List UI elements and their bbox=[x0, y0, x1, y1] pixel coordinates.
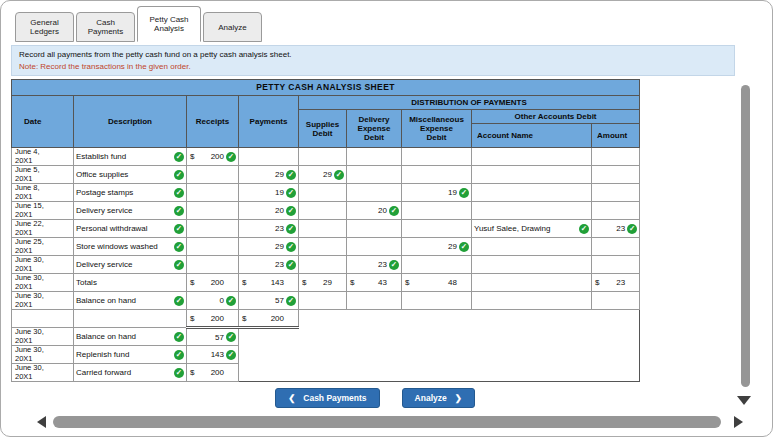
date-cell: June 30, 20X1 bbox=[12, 256, 74, 274]
column-header-delivery-expense-debit: Delivery Expense Debit bbox=[347, 110, 402, 148]
check-icon: ✓ bbox=[174, 188, 184, 198]
check-icon: ✓ bbox=[174, 224, 184, 234]
description-cell: Carried forward✓ bbox=[74, 364, 187, 382]
tab-label: Petty Cash Analysis bbox=[140, 15, 198, 33]
misc-cell bbox=[402, 166, 472, 184]
table-row: June 30, 20X1Totals$200$143$29$43$48$23 bbox=[12, 274, 640, 292]
account-cell bbox=[472, 238, 592, 256]
payments-cell: 29✓ bbox=[239, 238, 299, 256]
supplies-cell bbox=[299, 364, 347, 382]
tab-analyze[interactable]: Analyze bbox=[203, 12, 262, 42]
account-cell bbox=[472, 166, 592, 184]
date-cell: June 25, 20X1 bbox=[12, 238, 74, 256]
check-icon: ✓ bbox=[174, 260, 184, 270]
check-icon: ✓ bbox=[286, 170, 296, 180]
table-row: June 4, 20X1Establish fund✓$200✓ bbox=[12, 148, 640, 166]
description-cell: Office supplies✓ bbox=[74, 166, 187, 184]
horizontal-scrollbar-thumb[interactable] bbox=[53, 416, 721, 428]
date-cell bbox=[12, 310, 74, 328]
column-header-description: Description bbox=[74, 96, 187, 148]
scroll-left-arrow-icon[interactable] bbox=[37, 416, 46, 428]
supplies-cell: $29 bbox=[299, 274, 347, 292]
receipts-cell bbox=[187, 220, 239, 238]
amount-cell bbox=[592, 202, 640, 220]
receipts-cell bbox=[187, 238, 239, 256]
description-cell: Balance on hand✓ bbox=[74, 328, 187, 346]
table-row: June 5, 20X1Office supplies✓29✓29✓ bbox=[12, 166, 640, 184]
account-cell bbox=[472, 202, 592, 220]
vertical-scrollbar-thumb[interactable] bbox=[741, 85, 750, 387]
receipts-cell: $200 bbox=[187, 310, 239, 328]
account-cell bbox=[472, 310, 592, 328]
description-cell: Personal withdrawal✓ bbox=[74, 220, 187, 238]
amount-cell bbox=[592, 310, 640, 328]
account-cell bbox=[472, 346, 592, 364]
supplies-cell bbox=[299, 202, 347, 220]
check-icon: ✓ bbox=[174, 242, 184, 252]
date-cell: June 8, 20X1 bbox=[12, 184, 74, 202]
misc-cell bbox=[402, 328, 472, 346]
amount-cell bbox=[592, 256, 640, 274]
delivery-cell bbox=[347, 310, 402, 328]
check-icon: ✓ bbox=[627, 224, 637, 234]
amount-cell bbox=[592, 166, 640, 184]
supplies-cell: 29✓ bbox=[299, 166, 347, 184]
description-cell: Store windows washed✓ bbox=[74, 238, 187, 256]
check-icon: ✓ bbox=[389, 260, 399, 270]
date-cell: June 30, 20X1 bbox=[12, 364, 74, 382]
amount-cell bbox=[592, 148, 640, 166]
delivery-cell: 23✓ bbox=[347, 256, 402, 274]
chevron-left-icon: ❮ bbox=[288, 393, 295, 403]
account-cell bbox=[472, 328, 592, 346]
supplies-cell bbox=[299, 220, 347, 238]
receipts-cell bbox=[187, 256, 239, 274]
check-icon: ✓ bbox=[286, 206, 296, 216]
receipts-cell: $200 bbox=[187, 274, 239, 292]
account-cell bbox=[472, 364, 592, 382]
supplies-cell bbox=[299, 328, 347, 346]
payments-cell: 20✓ bbox=[239, 202, 299, 220]
delivery-cell bbox=[347, 238, 402, 256]
other-accounts-debit-header: Other Accounts Debit bbox=[472, 110, 640, 124]
cash-payments-button[interactable]: ❮ Cash Payments bbox=[275, 388, 379, 408]
description-cell: Replenish fund✓ bbox=[74, 346, 187, 364]
tab-general-ledgers[interactable]: General Ledgers bbox=[15, 12, 74, 42]
account-cell: Yusuf Salee, Drawing✓ bbox=[472, 220, 592, 238]
misc-cell: 29✓ bbox=[402, 238, 472, 256]
amount-cell bbox=[592, 346, 640, 364]
check-icon: ✓ bbox=[174, 368, 184, 378]
column-header-account-name: Account Name bbox=[472, 124, 592, 148]
receipts-cell: 57✓ bbox=[187, 328, 239, 346]
payments-cell: $200 bbox=[239, 310, 299, 328]
amount-cell: 23✓ bbox=[592, 220, 640, 238]
check-icon: ✓ bbox=[286, 260, 296, 270]
scroll-down-arrow-icon[interactable] bbox=[737, 396, 751, 405]
check-icon: ✓ bbox=[286, 188, 296, 198]
table-row: June 22, 20X1Personal withdrawal✓23✓Yusu… bbox=[12, 220, 640, 238]
tab-petty-cash-analysis[interactable]: Petty Cash Analysis bbox=[137, 6, 201, 42]
amount-cell bbox=[592, 292, 640, 310]
column-header-payments: Payments bbox=[239, 96, 299, 148]
table-row: June 30, 20X1Delivery service✓23✓23✓ bbox=[12, 256, 640, 274]
check-icon: ✓ bbox=[226, 152, 236, 162]
scroll-right-arrow-icon[interactable] bbox=[734, 416, 743, 428]
supplies-cell bbox=[299, 292, 347, 310]
instruction-note: Note: Record the transactions in the giv… bbox=[19, 61, 727, 73]
receipts-cell: $200✓ bbox=[187, 148, 239, 166]
receipts-cell: $200 bbox=[187, 364, 239, 382]
tab-cash-payments[interactable]: Cash Payments bbox=[76, 12, 135, 42]
check-icon: ✓ bbox=[174, 170, 184, 180]
misc-cell bbox=[402, 346, 472, 364]
check-icon: ✓ bbox=[174, 332, 184, 342]
check-icon: ✓ bbox=[459, 188, 469, 198]
check-icon: ✓ bbox=[334, 170, 344, 180]
analyze-button[interactable]: Analyze ❯ bbox=[402, 388, 475, 408]
payments-cell bbox=[239, 364, 299, 382]
table-row: June 30, 20X1Balance on hand✓0✓57✓ bbox=[12, 292, 640, 310]
check-icon: ✓ bbox=[226, 296, 236, 306]
check-icon: ✓ bbox=[226, 332, 236, 342]
date-cell: June 15, 20X1 bbox=[12, 202, 74, 220]
misc-cell bbox=[402, 364, 472, 382]
check-icon: ✓ bbox=[286, 224, 296, 234]
tab-bar: General Ledgers Cash Payments Petty Cash… bbox=[15, 6, 262, 42]
